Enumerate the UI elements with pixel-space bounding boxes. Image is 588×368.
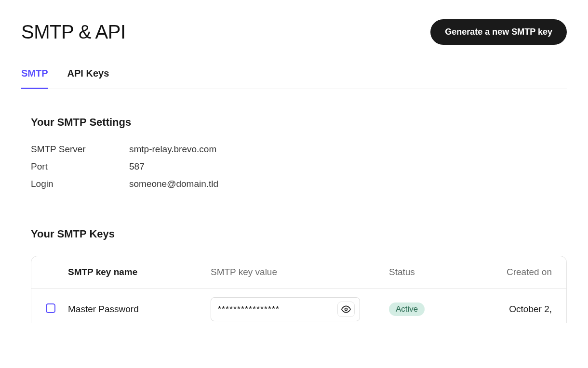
smtp-server-row: SMTP Server smtp-relay.brevo.com: [31, 144, 567, 155]
tab-api-keys[interactable]: API Keys: [67, 68, 109, 89]
smtp-login-row: Login someone@domain.tld: [31, 179, 567, 189]
reveal-key-button[interactable]: [337, 302, 355, 317]
smtp-keys-heading: Your SMTP Keys: [21, 228, 567, 240]
smtp-port-value: 587: [129, 161, 145, 172]
smtp-settings-grid: SMTP Server smtp-relay.brevo.com Port 58…: [21, 144, 567, 189]
generate-smtp-key-button[interactable]: Generate a new SMTP key: [430, 19, 567, 45]
page-header: SMTP & API Generate a new SMTP key: [21, 19, 567, 45]
key-value-box: ****************: [211, 297, 360, 321]
smtp-login-label: Login: [31, 179, 129, 189]
col-created-header: Created on: [481, 267, 552, 277]
table-header-row: SMTP key name SMTP key value Status Crea…: [31, 256, 566, 289]
smtp-server-label: SMTP Server: [31, 144, 129, 155]
col-name-header: SMTP key name: [68, 267, 211, 277]
tab-smtp[interactable]: SMTP: [21, 68, 48, 89]
tabs-bar: SMTP API Keys: [21, 68, 567, 89]
key-name-cell: Master Password: [68, 304, 211, 315]
table-row: Master Password **************** Active …: [31, 289, 566, 323]
key-status-cell: Active: [389, 302, 481, 316]
key-created-cell: October 2,: [481, 304, 552, 315]
svg-point-0: [345, 308, 347, 311]
smtp-login-value: someone@domain.tld: [129, 179, 218, 189]
smtp-settings-heading: Your SMTP Settings: [21, 116, 567, 129]
smtp-server-value: smtp-relay.brevo.com: [129, 144, 216, 155]
page-title: SMTP & API: [21, 21, 126, 43]
key-value-cell: ****************: [211, 297, 389, 321]
smtp-port-row: Port 587: [31, 161, 567, 172]
masked-key-value: ****************: [218, 304, 280, 315]
smtp-keys-table: SMTP key name SMTP key value Status Crea…: [31, 256, 567, 323]
row-checkbox-cell: [46, 303, 68, 315]
status-badge: Active: [389, 302, 425, 316]
smtp-port-label: Port: [31, 161, 129, 172]
row-checkbox[interactable]: [46, 303, 55, 313]
col-value-header: SMTP key value: [211, 267, 389, 277]
eye-icon: [341, 304, 351, 314]
col-status-header: Status: [389, 267, 481, 277]
